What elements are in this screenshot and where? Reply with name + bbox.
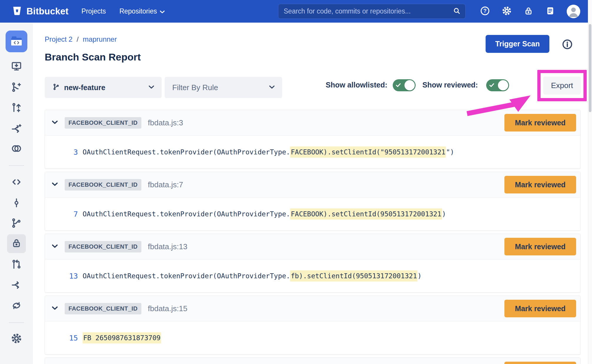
- bitbucket-bucket-icon: [12, 6, 22, 17]
- mark-reviewed-button[interactable]: Mark reviewed: [504, 176, 576, 193]
- sidebar-item-compare[interactable]: [0, 143, 33, 155]
- sidebar-item-create-pull-request[interactable]: [0, 102, 33, 114]
- chevron-down-icon[interactable]: [52, 120, 58, 125]
- mark-reviewed-button[interactable]: [504, 362, 576, 364]
- sidebar-item-fork[interactable]: [0, 123, 33, 135]
- finding-header[interactable]: FACEBOOK_CLIENT_ID fbdata.js:13 Mark rev…: [45, 234, 580, 259]
- finding-location: fbdata.js:13: [148, 242, 187, 251]
- finding-header[interactable]: [45, 358, 580, 364]
- sidebar-item-forks[interactable]: [0, 279, 33, 292]
- code-snippet: 13 OAuthClientRequest.tokenProvider(OAut…: [45, 259, 580, 292]
- nav-item-repositories[interactable]: Repositories: [119, 7, 165, 15]
- export-button[interactable]: Export: [543, 77, 581, 95]
- mark-reviewed-button[interactable]: Mark reviewed: [504, 300, 576, 317]
- help-button[interactable]: ?: [480, 6, 490, 17]
- breadcrumb-project-link[interactable]: Project 2: [45, 35, 73, 43]
- branches-icon: [11, 218, 22, 230]
- lock-icon: [11, 238, 22, 250]
- code-snippet: 7 OAuthClientRequest.tokenProvider(OAuth…: [45, 198, 580, 230]
- toggle-knob: [404, 80, 415, 90]
- branch-icon: [52, 83, 60, 92]
- code-line: OAuthClientRequest.tokenProvider(OAuthPr…: [83, 272, 422, 280]
- svg-text:?: ?: [484, 8, 487, 14]
- scrollbar-track[interactable]: [588, 0, 592, 364]
- breadcrumb-separator: /: [77, 35, 79, 43]
- line-number: 13: [68, 272, 78, 280]
- sidebar-item-settings[interactable]: [0, 333, 33, 345]
- nav-item-projects[interactable]: Projects: [81, 7, 106, 15]
- finding-card: FACEBOOK_CLIENT_ID fbdata.js:15 Mark rev…: [45, 296, 581, 355]
- branch-select[interactable]: new-feature: [45, 77, 162, 98]
- security-button[interactable]: [523, 6, 534, 17]
- finding-header[interactable]: FACEBOOK_CLIENT_ID fbdata.js:7 Mark revi…: [45, 172, 580, 198]
- brand-name: Bitbucket: [26, 6, 68, 17]
- finding-header[interactable]: FACEBOOK_CLIENT_ID fbdata.js:15 Mark rev…: [45, 296, 580, 321]
- finding-location: fbdata.js:15: [148, 304, 187, 313]
- sidebar-item-clone[interactable]: [0, 61, 33, 73]
- fork-plus-icon: [11, 123, 22, 135]
- info-icon[interactable]: [562, 39, 573, 50]
- finding-card: FACEBOOK_CLIENT_ID fbdata.js:7 Mark revi…: [45, 172, 581, 231]
- settings-button[interactable]: [501, 6, 512, 17]
- code-snippet: 3 OAuthClientRequest.tokenProvider(OAuth…: [45, 136, 580, 168]
- source-code-icon: [11, 176, 22, 189]
- global-search[interactable]: [278, 4, 466, 19]
- breadcrumb-repo-link[interactable]: maprunner: [83, 35, 117, 43]
- search-icon: [453, 7, 461, 16]
- show-reviewed-label: Show reviewed:: [422, 81, 478, 89]
- code-line: OAuthClientRequest.tokenProvider(OAuthPr…: [83, 210, 446, 218]
- nav-right-cluster: ?: [278, 4, 580, 19]
- forks-icon: [11, 279, 22, 292]
- page-title: Branch Scan Report: [45, 51, 141, 63]
- export-highlight-box: Export: [537, 70, 587, 101]
- rule-badge: FACEBOOK_CLIENT_ID: [65, 117, 141, 129]
- sidebar-item-security-scan[interactable]: [7, 234, 26, 253]
- show-allowlisted-label: Show allowlisted:: [326, 81, 387, 89]
- scrollbar-thumb[interactable]: [589, 24, 591, 112]
- finding-card: FACEBOOK_CLIENT_ID fbdata.js:13 Mark rev…: [45, 234, 581, 293]
- sidebar-item-pull-requests[interactable]: [0, 259, 33, 271]
- chevron-down-icon[interactable]: [52, 306, 58, 311]
- secret-highlight: FACEBOOK).setClientId(950513172001321: [290, 208, 442, 220]
- user-avatar[interactable]: [567, 5, 580, 18]
- rule-filter-value: Filter By Rule: [172, 83, 218, 92]
- sidebar-item-pipelines[interactable]: [0, 300, 33, 312]
- bitbucket-logo[interactable]: Bitbucket: [12, 6, 68, 17]
- chevron-down-icon[interactable]: [52, 244, 58, 249]
- repository-avatar[interactable]: [6, 31, 27, 52]
- top-nav: Bitbucket Projects Repositories ?: [0, 0, 588, 23]
- sidebar-item-commits[interactable]: [0, 197, 33, 210]
- sidebar-item-create-branch[interactable]: [0, 82, 33, 94]
- repo-sidebar: [0, 23, 33, 364]
- secret-highlight: FB 2650987631873709: [83, 332, 161, 343]
- gear-icon: [11, 333, 22, 345]
- sidebar-item-branches[interactable]: [0, 218, 33, 230]
- mark-reviewed-button[interactable]: Mark reviewed: [504, 238, 576, 255]
- line-number: 7: [68, 210, 78, 218]
- commits-icon: [11, 197, 22, 210]
- changelog-icon: [546, 6, 555, 17]
- create-branch-icon: [11, 82, 22, 94]
- trigger-scan-button[interactable]: Trigger Scan: [486, 35, 549, 53]
- branch-select-value: new-feature: [64, 83, 105, 92]
- finding-location: fbdata.js:7: [148, 180, 183, 189]
- finding-header[interactable]: FACEBOOK_CLIENT_ID fbdata.js:3 Mark revi…: [45, 110, 580, 136]
- compare-circles-icon: [11, 143, 22, 155]
- show-allowlisted-toggle[interactable]: [393, 79, 416, 91]
- chevron-down-icon: [149, 85, 154, 90]
- show-reviewed-toggle[interactable]: [486, 79, 509, 91]
- line-number: 3: [68, 148, 78, 156]
- chevron-down-icon: [269, 85, 275, 90]
- chevron-down-icon: [160, 7, 165, 15]
- finding-location: fbdata.js:3: [148, 118, 183, 127]
- sidebar-divider: [9, 322, 24, 323]
- mark-reviewed-button[interactable]: Mark reviewed: [504, 114, 576, 132]
- search-input[interactable]: [284, 7, 453, 15]
- breadcrumb: Project 2 / maprunner: [45, 35, 117, 43]
- secret-highlight: FACEBOOK).setClientId("950513172001321: [290, 146, 446, 158]
- chevron-down-icon[interactable]: [52, 182, 58, 187]
- sidebar-item-source[interactable]: [0, 176, 33, 189]
- changelog-button[interactable]: [545, 6, 556, 17]
- rule-filter-select[interactable]: Filter By Rule: [165, 77, 282, 98]
- main-content: Project 2 / maprunner Trigger Scan Branc…: [33, 23, 588, 364]
